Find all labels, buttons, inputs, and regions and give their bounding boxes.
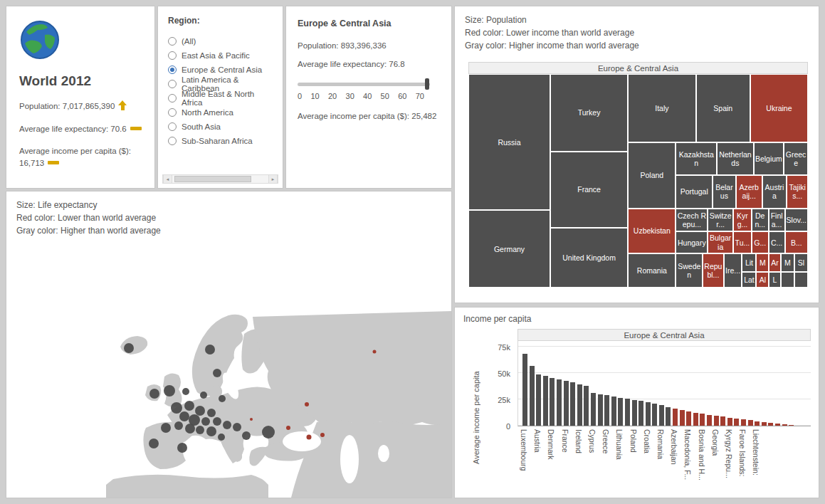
bar[interactable] [789,425,794,426]
region-option-2[interactable]: Europe & Central Asia [168,63,275,77]
treemap-cell[interactable]: Uzbekistan [628,209,676,253]
country-bubble[interactable] [242,431,251,440]
country-bubble[interactable] [262,426,275,439]
country-bubble[interactable] [177,443,187,453]
bar[interactable] [741,419,746,426]
bar[interactable] [639,401,643,426]
bar[interactable] [536,374,541,426]
treemap-cell[interactable]: Azerbaij... [736,175,762,209]
country-bubble[interactable] [373,350,377,354]
bar[interactable] [762,422,767,426]
country-bubble[interactable] [195,406,205,416]
treemap-cell[interactable]: M [756,253,769,272]
country-bubble[interactable] [286,426,290,430]
treemap-cell[interactable]: C... [769,231,785,253]
country-bubble[interactable] [206,426,216,436]
treemap-cell[interactable]: United Kingdom [550,228,628,288]
treemap-cell[interactable]: Sl [794,253,808,272]
treemap-cell[interactable] [781,272,794,288]
treemap-cell[interactable]: Switzer... [708,209,733,231]
country-bubble[interactable] [233,423,241,431]
treemap-cell[interactable]: Tu... [733,231,752,253]
treemap-cell[interactable]: B... [785,231,808,253]
bar[interactable] [632,400,637,426]
bar[interactable] [755,421,760,426]
country-bubble[interactable] [320,433,325,437]
treemap-cell[interactable]: Lat [742,272,756,288]
treemap-cell[interactable]: L [769,272,781,288]
scrollbar-thumb[interactable] [174,176,251,182]
treemap-cell[interactable]: Slov... [785,209,808,231]
bar[interactable] [522,354,527,426]
bar[interactable] [577,384,582,426]
country-bubble[interactable] [200,392,207,399]
treemap-cell[interactable]: Greece [784,142,808,175]
country-bubble[interactable] [307,435,312,440]
country-bubble[interactable] [207,409,216,417]
country-bubble[interactable] [161,423,171,433]
bar[interactable] [584,386,589,426]
scrollbar-track[interactable] [172,175,268,183]
radio-icon[interactable] [168,137,177,145]
radio-icon[interactable] [168,80,177,88]
bar[interactable] [680,410,685,426]
country-bubble[interactable] [205,345,215,355]
bar[interactable] [768,423,773,426]
treemap-cell[interactable]: Republ... [703,253,724,288]
region-option-6[interactable]: South Asia [168,120,275,134]
bar[interactable] [646,402,651,426]
bar[interactable] [686,411,691,426]
bar[interactable] [550,378,555,426]
treemap-cell[interactable]: Ukraine [750,74,808,142]
treemap-cell[interactable]: Netherlands [717,142,754,175]
bar[interactable] [570,382,575,426]
treemap-cell[interactable]: Czech Repu... [676,209,708,231]
treemap-cell[interactable]: Kazakhstan [676,142,717,175]
bar[interactable] [734,419,739,426]
treemap-cell[interactable]: Ire... [724,253,742,288]
life-expectancy-slider[interactable] [298,78,430,90]
treemap-cell[interactable]: Al [756,272,769,288]
bar[interactable] [700,414,705,426]
country-bubble[interactable] [218,434,225,441]
treemap-cell[interactable]: Lit [742,253,756,272]
country-bubble[interactable] [149,389,159,399]
bar[interactable] [714,416,719,426]
treemap-cell[interactable]: Germany [468,210,550,288]
bar[interactable] [543,376,548,426]
treemap-cell[interactable]: Belarus [713,175,736,209]
radio-icon[interactable] [168,51,177,60]
bar[interactable] [652,404,657,426]
treemap-cell[interactable]: France [550,152,628,228]
treemap-cell[interactable]: G... [752,231,769,253]
country-bubble[interactable] [213,417,221,426]
radio-icon[interactable] [168,37,177,46]
slider-handle[interactable] [425,78,429,90]
country-bubble[interactable] [185,424,195,434]
country-bubble[interactable] [184,401,194,411]
region-option-1[interactable]: East Asia & Pacific [168,48,275,63]
radio-icon[interactable] [168,65,177,74]
country-bubble[interactable] [305,402,309,406]
country-bubble[interactable] [149,439,159,448]
country-bubble[interactable] [219,395,226,402]
radio-icon[interactable] [168,122,177,131]
treemap-cell[interactable]: Hungary [676,231,708,253]
bar[interactable] [557,379,562,426]
treemap-cell[interactable]: Romania [628,253,676,288]
slider-track[interactable] [298,83,430,86]
bar[interactable] [530,366,535,426]
treemap-cell[interactable]: Finla... [769,209,785,231]
country-bubble[interactable] [201,417,210,426]
treemap-cell[interactable]: M [781,253,794,272]
country-bubble[interactable] [250,418,253,421]
region-option-4[interactable]: Middle East & North Africa [168,91,275,105]
region-option-0[interactable]: (All) [168,34,275,48]
country-bubble[interactable] [124,343,134,353]
bar[interactable] [625,399,630,426]
bar[interactable] [611,397,616,426]
bar[interactable] [775,424,780,426]
treemap-cell[interactable]: Belgium [754,142,784,175]
radio-icon[interactable] [168,108,177,117]
bar[interactable] [598,394,603,426]
